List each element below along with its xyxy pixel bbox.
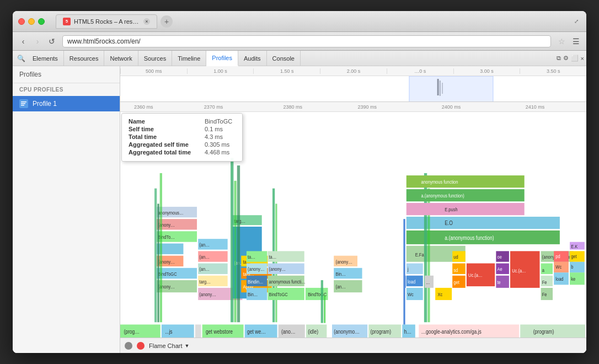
- tab-elements[interactable]: Elements: [27, 51, 64, 66]
- svg-text:a: a: [542, 267, 544, 273]
- inspect-icon[interactable]: 🔍: [15, 52, 27, 65]
- tooltip-self-time-value: 0.1 ms: [205, 126, 223, 132]
- tab-timeline[interactable]: Timeline: [172, 51, 206, 66]
- svg-text:load: load: [408, 279, 415, 285]
- title-bar: 5 HTML5 Rocks – A resource… × + ⤢: [13, 11, 586, 32]
- chart-type-dropdown[interactable]: Flame Chart ▼: [149, 342, 189, 349]
- flame-chart-area: 2360 ms 2370 ms 2380 ms 2390 ms 2400 ms …: [120, 102, 586, 338]
- stop-button[interactable]: [137, 342, 145, 350]
- svg-text:anonymous function: anonymous function: [421, 179, 458, 185]
- svg-text:...js: ...js: [165, 328, 172, 335]
- close-button[interactable]: [18, 18, 25, 25]
- flame-tick-2410: 2410 ms: [526, 104, 545, 110]
- svg-text:E.K: E.K: [571, 243, 577, 249]
- menu-icon[interactable]: ☰: [570, 35, 582, 47]
- svg-rect-91: [321, 280, 323, 323]
- svg-rect-104: [407, 264, 423, 274]
- tab-resources[interactable]: Resources: [64, 51, 105, 66]
- tooltip-agg-total-label: Aggregated total time: [129, 149, 200, 156]
- tooltip-total-time-value: 4.3 ms: [205, 133, 223, 140]
- record-button[interactable]: [125, 342, 132, 350]
- svg-text:(an…: (an…: [199, 242, 209, 248]
- svg-text:(ano…: (ano…: [281, 328, 296, 335]
- tab-profiles[interactable]: Profiles: [206, 51, 238, 66]
- left-panel: Profiles CPU PROFILES Profile 1: [13, 66, 120, 353]
- svg-text:b: b: [571, 264, 573, 270]
- svg-text:(prog…: (prog…: [124, 328, 139, 335]
- devtools-right-controls: ⧉ ⚙ ⬜ ×: [557, 55, 584, 62]
- browser-window: 5 HTML5 Rocks – A resource… × + ⤢ ‹ › ↺ …: [13, 11, 586, 353]
- url-text: www.html5rocks.com/en/: [67, 38, 141, 45]
- svg-rect-11: [195, 324, 201, 338]
- svg-text:(an…: (an…: [199, 266, 209, 272]
- profile-icon: [19, 99, 28, 108]
- flame-tick-2360: 2360 ms: [134, 104, 153, 110]
- tooltip-agg-total-value: 4.468 ms: [205, 149, 229, 156]
- undock-icon[interactable]: ⬜: [571, 55, 579, 62]
- svg-text:anonymous functi…: anonymous functi…: [269, 279, 306, 285]
- svg-text:E.Fa: E.Fa: [415, 251, 424, 258]
- svg-text:(an…: (an…: [199, 254, 209, 260]
- svg-rect-2: [21, 105, 24, 106]
- dropdown-arrow-icon: ▼: [185, 343, 190, 349]
- svg-rect-46: [157, 204, 159, 322]
- svg-rect-64: [237, 165, 240, 322]
- reload-button[interactable]: ↺: [46, 35, 58, 47]
- tab-favicon: 5: [63, 18, 71, 25]
- timeline-ruler: 500 ms 1.00 s 1.50 s 2.00 s …0 s 3.00 s …: [120, 66, 586, 76]
- bottom-bar: Flame Chart ▼: [120, 338, 586, 353]
- svg-rect-80: [275, 204, 277, 322]
- tab-console[interactable]: Console: [267, 51, 301, 66]
- devtools-panel: 🔍 Elements Resources Network Sources Tim…: [13, 51, 586, 353]
- new-tab-button[interactable]: +: [161, 15, 173, 28]
- minimize-button[interactable]: [28, 18, 35, 25]
- svg-text:Fe: Fe: [542, 291, 547, 297]
- address-bar[interactable]: www.html5rocks.com/en/: [62, 35, 551, 47]
- profiles-header: Profiles: [13, 66, 120, 83]
- forward-button[interactable]: ›: [31, 35, 44, 47]
- window-controls: ⤢: [572, 17, 581, 26]
- tick-200s: 2.00 s: [320, 68, 387, 74]
- close-devtools-button[interactable]: ×: [581, 55, 584, 62]
- settings-icon[interactable]: ⚙: [563, 55, 569, 62]
- tick-500ms: 500 ms: [120, 68, 187, 74]
- flame-canvas[interactable]: Name BindToGC Self time 0.1 ms Total tim…: [120, 112, 586, 338]
- tab-audits[interactable]: Audits: [238, 51, 267, 66]
- tab-close-button[interactable]: ×: [143, 18, 150, 25]
- tooltip-agg-self-label: Aggregated self time: [129, 141, 200, 148]
- svg-text:oe: oe: [497, 254, 501, 260]
- tab-network[interactable]: Network: [104, 51, 138, 66]
- window-expand-icon[interactable]: ⤢: [572, 17, 581, 26]
- back-button[interactable]: ‹: [17, 35, 29, 47]
- devtools-toolbar: 🔍 Elements Resources Network Sources Tim…: [13, 51, 586, 66]
- svg-text:ta…: ta…: [269, 254, 277, 260]
- svg-text:E.O: E.O: [445, 220, 453, 226]
- svg-text:pd: pd: [555, 253, 560, 259]
- browser-tab[interactable]: 5 HTML5 Rocks – A resource… ×: [56, 14, 157, 29]
- svg-text:(program): (program): [371, 328, 392, 335]
- svg-text:(anony…: (anony…: [199, 291, 216, 297]
- svg-text:(anony…: (anony…: [269, 266, 286, 272]
- tooltip-self-time-label: Self time: [129, 126, 200, 132]
- svg-rect-118: [407, 203, 525, 215]
- cpu-profiles-section: CPU PROFILES: [13, 83, 120, 96]
- svg-text:Bin…: Bin…: [335, 271, 345, 277]
- svg-text:load: load: [555, 276, 563, 282]
- tick-350s: 3.50 s: [520, 68, 586, 74]
- flame-tick-2380: 2380 ms: [283, 104, 302, 110]
- svg-text:a.(anonymous function): a.(anonymous function): [445, 234, 494, 240]
- svg-text:Uc.(a…: Uc.(a…: [468, 272, 482, 279]
- chart-type-label: Flame Chart: [149, 342, 183, 349]
- tab-sources[interactable]: Sources: [138, 51, 172, 66]
- timeline-mini: [120, 76, 586, 102]
- svg-text:Xc: Xc: [437, 291, 442, 297]
- traffic-lights: [18, 18, 45, 25]
- right-panel: 500 ms 1.00 s 1.50 s 2.00 s …0 s 3.00 s …: [120, 66, 586, 353]
- bookmark-icon[interactable]: ☆: [555, 35, 568, 47]
- profile-1-item[interactable]: Profile 1: [13, 96, 120, 111]
- svg-text:get webstore: get webstore: [206, 328, 233, 335]
- svg-rect-1: [21, 103, 25, 104]
- svg-rect-0: [21, 101, 26, 103]
- dock-icon[interactable]: ⧉: [557, 55, 561, 62]
- maximize-button[interactable]: [38, 18, 45, 25]
